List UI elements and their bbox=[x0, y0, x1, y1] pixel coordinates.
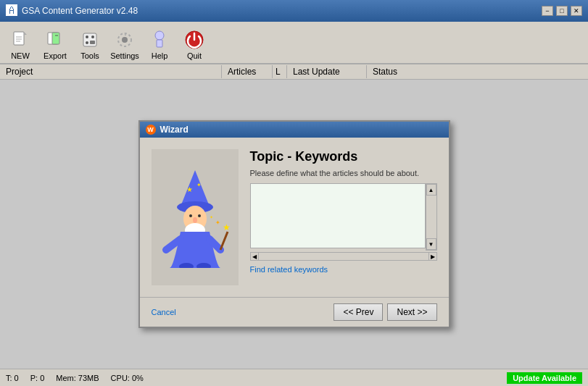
status-t: T: 0 bbox=[6, 374, 19, 382]
wizard-title-icon: W bbox=[146, 125, 156, 135]
col-lastupdate: Last Update bbox=[287, 65, 367, 78]
toolbar-item-new[interactable]: NEW bbox=[6, 28, 35, 60]
svg-point-10 bbox=[91, 35, 94, 38]
wizard-content: Topic - Keywords Please define what the … bbox=[250, 149, 437, 285]
toolbar-item-export[interactable]: Export bbox=[41, 28, 70, 60]
svg-rect-8 bbox=[83, 33, 96, 46]
status-left: T: 0 P: 0 Mem: 73MB CPU: 0% bbox=[6, 374, 507, 382]
status-bar: T: 0 P: 0 Mem: 73MB CPU: 0% Update Avail… bbox=[0, 369, 588, 386]
find-related-keywords-link[interactable]: Find related keywords bbox=[250, 265, 437, 274]
main-area: W Wizard ★ ✦ bbox=[0, 80, 588, 369]
svg-marker-19 bbox=[181, 170, 210, 206]
hscroll-right-arrow[interactable]: ▶ bbox=[428, 252, 437, 261]
toolbar-icon-quit bbox=[183, 28, 206, 51]
minimize-button[interactable]: − bbox=[542, 6, 553, 16]
hscroll-track bbox=[259, 252, 428, 261]
wizard-heading: Topic - Keywords bbox=[250, 149, 437, 164]
svg-rect-6 bbox=[52, 33, 59, 44]
col-l: L bbox=[273, 65, 287, 78]
svg-point-9 bbox=[86, 35, 88, 38]
keywords-textarea-wrapper: ▲ ▼ bbox=[250, 183, 437, 251]
svg-point-15 bbox=[155, 31, 164, 40]
svg-text:★: ★ bbox=[186, 185, 193, 193]
svg-marker-1 bbox=[24, 32, 27, 35]
hscroll-bar: ◀ ▶ bbox=[250, 252, 437, 261]
textarea-vscroll[interactable]: ▲ ▼ bbox=[426, 183, 437, 251]
toolbar-label-help: Help bbox=[152, 51, 168, 60]
hscroll-left-arrow[interactable]: ◀ bbox=[250, 252, 259, 261]
wizard-body: ★ ✦ bbox=[140, 138, 449, 297]
svg-point-13 bbox=[122, 37, 128, 43]
svg-text:✦: ✦ bbox=[215, 219, 220, 226]
toolbar-icon-new bbox=[9, 28, 32, 51]
close-button[interactable]: ✕ bbox=[571, 6, 582, 16]
toolbar-icon-settings bbox=[113, 28, 136, 51]
next-button[interactable]: Next >> bbox=[387, 303, 436, 321]
toolbar-label-quit: Quit bbox=[187, 51, 202, 60]
svg-point-26 bbox=[198, 214, 201, 217]
svg-point-11 bbox=[86, 41, 88, 44]
title-bar-text: GSA Content Generator v2.48 bbox=[22, 6, 542, 16]
wizard-footer: Cancel << Prev Next >> bbox=[140, 297, 449, 327]
toolbar-label-new: NEW bbox=[11, 51, 30, 60]
svg-point-27 bbox=[193, 217, 197, 223]
toolbar-label-tools: Tools bbox=[80, 51, 99, 60]
cancel-link[interactable]: Cancel bbox=[152, 308, 176, 316]
toolbar: NEWExportToolsSettingsHelpQuit bbox=[0, 22, 588, 64]
toolbar-icon-tools bbox=[78, 28, 102, 51]
vscroll-up-arrow[interactable]: ▲ bbox=[426, 184, 436, 196]
dialog-backdrop: W Wizard ★ ✦ bbox=[0, 80, 588, 369]
svg-rect-12 bbox=[90, 41, 95, 44]
toolbar-icon-help bbox=[148, 28, 171, 51]
table-header: Project Articles L Last Update Status bbox=[0, 64, 588, 80]
svg-text:✦: ✦ bbox=[210, 215, 213, 219]
wizard-image: ★ ✦ bbox=[152, 149, 239, 285]
status-p: P: 0 bbox=[30, 374, 45, 382]
wizard-title-text: Wizard bbox=[160, 125, 189, 135]
toolbar-item-help[interactable]: Help bbox=[145, 28, 174, 60]
toolbar-item-quit[interactable]: Quit bbox=[180, 28, 209, 60]
svg-line-30 bbox=[220, 232, 228, 250]
prev-button[interactable]: << Prev bbox=[334, 303, 383, 321]
toolbar-item-settings[interactable]: Settings bbox=[110, 28, 139, 60]
svg-rect-16 bbox=[157, 40, 162, 47]
col-articles: Articles bbox=[222, 65, 273, 78]
app-icon: 🅰 bbox=[6, 4, 17, 17]
nav-buttons: << Prev Next >> bbox=[334, 303, 436, 321]
wizard-description: Please define what the articles should b… bbox=[250, 169, 437, 177]
status-mem: Mem: 73MB bbox=[56, 374, 99, 382]
svg-point-25 bbox=[189, 214, 192, 217]
keywords-textarea[interactable] bbox=[250, 183, 426, 248]
col-status: Status bbox=[367, 65, 588, 78]
status-cpu: CPU: 0% bbox=[111, 374, 144, 382]
svg-rect-0 bbox=[14, 32, 24, 45]
toolbar-icon-export bbox=[44, 28, 67, 51]
maximize-button[interactable]: □ bbox=[556, 6, 568, 16]
svg-text:★: ★ bbox=[223, 222, 231, 232]
update-available-badge[interactable]: Update Available bbox=[507, 372, 582, 384]
title-controls: − □ ✕ bbox=[542, 6, 582, 16]
vscroll-down-arrow[interactable]: ▼ bbox=[426, 238, 436, 250]
svg-text:✦: ✦ bbox=[196, 182, 202, 188]
wizard-character-svg: ★ ✦ bbox=[159, 167, 231, 268]
toolbar-label-export: Export bbox=[44, 51, 67, 60]
toolbar-item-tools[interactable]: Tools bbox=[75, 28, 104, 60]
title-bar: 🅰 GSA Content Generator v2.48 − □ ✕ bbox=[0, 0, 588, 22]
toolbar-label-settings: Settings bbox=[110, 51, 139, 60]
wizard-title-bar: W Wizard bbox=[140, 122, 449, 138]
col-project: Project bbox=[0, 65, 222, 78]
wizard-dialog: W Wizard ★ ✦ bbox=[138, 120, 450, 328]
